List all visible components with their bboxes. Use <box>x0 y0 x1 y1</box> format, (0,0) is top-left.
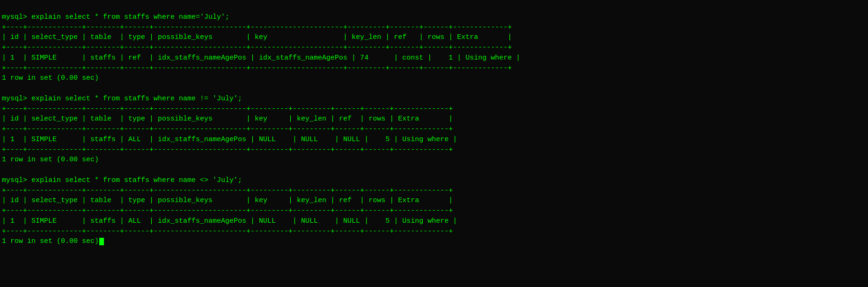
cursor <box>99 238 104 245</box>
terminal-content: mysql> explain select * from staffs wher… <box>2 13 520 246</box>
terminal-output: mysql> explain select * from staffs wher… <box>2 2 868 247</box>
